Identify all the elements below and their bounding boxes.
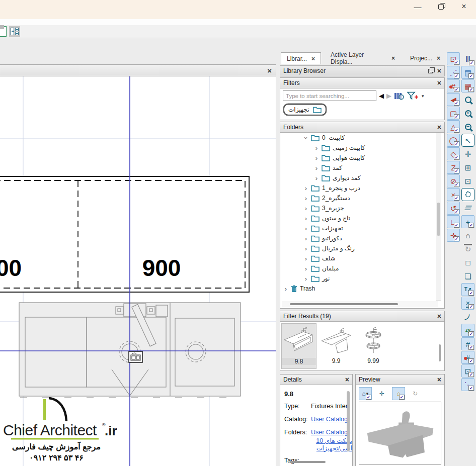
tab-close-icon[interactable]: × (391, 55, 395, 61)
chevron-right-icon[interactable]: › (303, 265, 308, 272)
cabinet-module-icon[interactable] (9, 26, 20, 37)
crosshair-display-toggle[interactable]: ✛✓ (447, 229, 460, 242)
search-input[interactable] (283, 90, 376, 101)
house-view-icon[interactable]: ⌂ (461, 229, 474, 242)
find-in-library-icon[interactable] (461, 93, 474, 106)
chevron-right-icon[interactable]: › (303, 215, 308, 222)
zoom-in-icon[interactable] (461, 107, 474, 120)
folders-header[interactable]: Folders × (280, 122, 444, 133)
filter-chip[interactable]: تجهیزات (284, 104, 326, 115)
tab-library[interactable]: Librar...× (281, 52, 321, 64)
zoom-region-icon[interactable]: ↖ (461, 134, 474, 147)
filter-funnel-icon[interactable] (407, 91, 419, 100)
tab-close-icon[interactable]: × (311, 56, 315, 62)
forward-arrow-icon[interactable]: ▶ (386, 92, 391, 100)
plan-view-titlebar[interactable]: × (0, 64, 276, 76)
expand-view-icon[interactable]: ✛ (461, 147, 474, 160)
plan-canvas[interactable]: 00 900 Chief Architect ® .ir مرجع آموزش … (0, 76, 276, 466)
cad-block-icon[interactable]: ⊡✓ (461, 364, 474, 378)
chevron-right-icon[interactable]: › (314, 154, 319, 162)
chevron-right-icon[interactable]: › (314, 174, 319, 182)
tab-close-icon[interactable]: × (437, 55, 440, 61)
folder-tree-item[interactable]: ›کابینت_0 (280, 133, 444, 143)
details-header[interactable]: Details × (280, 375, 352, 385)
details-close-icon[interactable]: × (345, 376, 349, 383)
back-arrow-icon[interactable]: ◀ (379, 92, 384, 100)
tab-active-layer-display[interactable]: Active Layer Displa...× (325, 52, 401, 64)
tree-horizontal-scrollbar[interactable] (282, 301, 438, 307)
cabinet-outline[interactable] (0, 176, 249, 292)
folder-tree-item[interactable]: ›تاج و ستون (280, 213, 444, 223)
folder-tree-item[interactable]: ›دکوراتیو (280, 233, 444, 243)
grid-blue-icon[interactable]: #✓ (461, 337, 474, 350)
preview-close-icon[interactable]: × (437, 376, 441, 383)
marker-line-icon[interactable]: ×✓ (461, 297, 474, 310)
scatter-display-toggle[interactable]: ⋰✓ (447, 66, 460, 79)
chevron-right-icon[interactable]: › (303, 184, 308, 192)
folder-tree-item[interactable]: ›Trash (280, 284, 444, 294)
minimize-icon[interactable]: — (410, 1, 425, 12)
plan-view-close-icon[interactable]: × (267, 67, 272, 74)
grid-display-toggle[interactable]: #✓ (447, 79, 460, 92)
tree-scrollbar[interactable] (436, 133, 441, 301)
preview-expand-button[interactable]: ✛ (375, 387, 388, 400)
folder-tree-item[interactable]: ›دستگیره_2 (280, 193, 444, 203)
folder-tree-item[interactable]: ›کابینت زمینی (280, 143, 444, 153)
nosymbol-display-toggle[interactable]: ⊘✓ (447, 174, 460, 188)
details-catalog-link[interactable]: User Catalog (311, 415, 348, 424)
zy-axis-icon[interactable]: zy✓ (461, 324, 474, 337)
outline-view-icon[interactable]: □ (461, 256, 474, 269)
arrow-display-toggle[interactable]: ◀✓ (447, 93, 460, 106)
folder-tree-item[interactable]: ›درب و پنجره_1 (280, 183, 444, 193)
crosshair-toggle-icon[interactable]: +✓ (461, 215, 474, 228)
chevron-right-icon[interactable]: › (314, 144, 319, 152)
library-item-thumbnail[interactable]: 9.99 (356, 323, 391, 369)
folder-tree-item[interactable]: ›کابینت هوایی (280, 153, 444, 163)
preview-plan-view-button[interactable]: ⌂✓▾ (359, 387, 372, 400)
details-folders-link-2[interactable]: بجکت های 10 (311, 437, 352, 444)
preview-canvas[interactable] (359, 402, 441, 465)
preview-header[interactable]: Preview × (356, 375, 444, 385)
text-leader-icon[interactable]: T↗✓ (461, 283, 474, 296)
library-checklist-icon[interactable]: ▦✓ (461, 79, 474, 92)
tab-project[interactable]: Projec...× (405, 52, 446, 64)
library-item-thumbnail[interactable]: 9.8 (281, 323, 316, 369)
hourglass-display-toggle[interactable]: Z✓ (447, 161, 460, 174)
point-scatter-icon[interactable]: ⋱✓ (461, 378, 474, 391)
folder-tree-item[interactable]: ›شلف (280, 253, 444, 263)
library-search-icon[interactable] (394, 92, 405, 100)
rotate-display-toggle[interactable]: ↺✓ (447, 202, 460, 215)
arc-points-icon[interactable]: ) (461, 310, 474, 323)
close-icon[interactable]: × (456, 1, 471, 12)
folder-tree-item[interactable]: ›جزیره_3 (280, 203, 444, 213)
rotate-disabled-icon[interactable]: ↻ (461, 242, 474, 255)
page-preview-icon[interactable]: ❏ (461, 269, 474, 283)
chevron-right-icon[interactable]: › (303, 225, 308, 232)
chevron-right-icon[interactable]: › (283, 285, 288, 293)
diamond-display-toggle[interactable]: ◇✓ (447, 147, 460, 160)
x-display-toggle[interactable]: ×✓ (447, 188, 460, 201)
float-panel-icon[interactable] (428, 69, 433, 73)
filter-dropdown-icon[interactable]: ▾ (422, 94, 424, 99)
chevron-right-icon[interactable]: › (303, 245, 308, 252)
pan-hand-icon[interactable] (461, 188, 474, 201)
folder-tree[interactable]: ›کابینت_0›کابینت زمینی›کابینت هوایی›کمد›… (280, 133, 444, 301)
chevron-right-icon[interactable]: › (314, 164, 319, 172)
block-display-toggle[interactable]: ⊡✓ (447, 52, 460, 65)
angle-display-toggle[interactable]: ∟✓ (447, 215, 460, 228)
details-folders-link[interactable]: User Catalog, (311, 428, 349, 437)
preview-rotate-button[interactable]: ↻ (409, 387, 422, 400)
details-horizontal-scrollbar[interactable] (282, 460, 345, 464)
details-folders-link-3[interactable]: اصی/تجهیزات (311, 444, 352, 452)
chevron-right-icon[interactable]: › (303, 255, 308, 262)
folder-tree-item[interactable]: ›کمد (280, 163, 444, 173)
folder-tree-item[interactable]: ›نور (280, 273, 444, 284)
zoom-out-icon[interactable] (461, 120, 474, 133)
new-plan-icon[interactable] (0, 26, 7, 37)
chevron-down-icon[interactable]: › (302, 135, 310, 140)
folders-close-icon[interactable]: × (437, 124, 441, 131)
chevron-right-icon[interactable]: › (303, 235, 308, 242)
library-item-thumbnail[interactable]: 9.9 (319, 323, 354, 369)
results-scrollbar[interactable] (439, 344, 441, 361)
chevron-right-icon[interactable]: › (303, 275, 308, 283)
